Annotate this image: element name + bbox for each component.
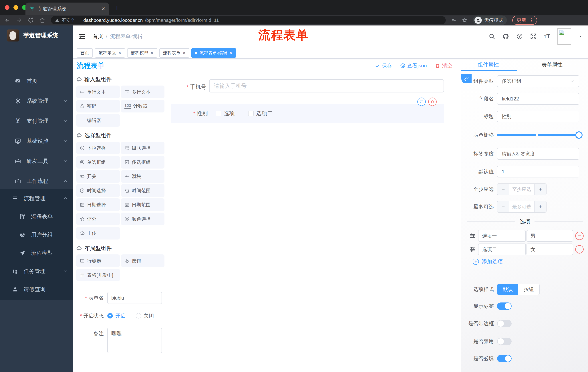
form-grid-slider[interactable]	[497, 134, 579, 136]
palette-item-date-picker[interactable]: 日期选择	[76, 198, 120, 211]
collapse-menu-icon[interactable]	[78, 32, 86, 40]
bookmark-star-icon[interactable]	[462, 18, 468, 23]
border-toggle[interactable]	[497, 320, 512, 327]
palette-item-select[interactable]: 下拉选择	[76, 142, 120, 154]
palette-item-row-container[interactable]: 行容器	[76, 255, 120, 267]
more-vert-icon[interactable]: ⋮	[529, 18, 534, 23]
sidebar-item-user-group[interactable]: 用户分组	[0, 226, 73, 244]
save-button[interactable]: 保存	[375, 62, 392, 69]
close-window-button[interactable]	[5, 5, 10, 10]
minus-button[interactable]: −	[497, 184, 509, 195]
forward-icon[interactable]	[16, 17, 22, 23]
close-icon[interactable]	[229, 51, 232, 55]
checkbox-icon[interactable]	[216, 111, 221, 116]
browser-update-button[interactable]: 更新 ⋮	[512, 16, 537, 25]
close-icon[interactable]	[118, 51, 121, 55]
option-label-input[interactable]	[478, 230, 526, 242]
remove-option-button[interactable]	[575, 232, 584, 240]
tag-process-model[interactable]: 流程模型	[127, 48, 157, 58]
palette-item-table[interactable]: 表格[开发中]	[76, 269, 120, 281]
min-select-input[interactable]: 至少应选	[509, 184, 534, 195]
palette-item-counter[interactable]: 123 计数器	[121, 100, 165, 112]
status-radio-off[interactable]: 关闭	[136, 312, 154, 319]
tag-process-form-edit[interactable]: 流程表单-编辑	[191, 48, 236, 58]
add-option-button[interactable]: 添加选项	[473, 258, 503, 265]
back-icon[interactable]	[4, 17, 10, 23]
sidebar-item-pay[interactable]: ¥ 支付管理	[0, 111, 73, 131]
github-icon[interactable]	[503, 33, 509, 40]
palette-item-button[interactable]: 按钮	[121, 255, 165, 267]
sidebar-item-task-manage[interactable]: 任务管理	[0, 262, 73, 280]
palette-item-color-picker[interactable]: 颜色选择	[121, 213, 165, 225]
palette-item-password[interactable]: 密码	[76, 100, 120, 112]
home-icon[interactable]	[39, 17, 45, 23]
close-icon[interactable]	[150, 51, 154, 55]
drag-handle-icon[interactable]	[469, 232, 476, 240]
show-label-toggle[interactable]	[497, 302, 512, 310]
status-radio-on[interactable]: 开启	[107, 312, 126, 319]
segment-button[interactable]: 按钮	[518, 284, 539, 295]
checkbox-icon[interactable]	[248, 111, 254, 116]
slider-thumb[interactable]	[575, 131, 583, 139]
palette-item-switch[interactable]: 开关	[76, 170, 120, 183]
label-width-input[interactable]	[497, 148, 579, 159]
sidebar-item-infra[interactable]: 基础设施	[0, 131, 73, 151]
palette-item-upload[interactable]: 上传	[76, 227, 120, 240]
palette-item-editor[interactable]: 编辑器	[76, 114, 120, 127]
form-name-input[interactable]	[107, 292, 162, 304]
option-label-input[interactable]	[478, 244, 526, 255]
address-bar[interactable]: 不安全 dashboard.yudao.iocoder.cn/bpm/manag…	[51, 16, 446, 24]
sidebar-item-process-manage[interactable]: 流程管理	[0, 189, 73, 207]
view-json-button[interactable]: 查看json	[400, 62, 427, 69]
remark-textarea[interactable]: 嘿嘿	[107, 328, 162, 353]
palette-item-date-range[interactable]: 日期范围	[121, 198, 165, 211]
sidebar-item-leave-query[interactable]: 请假查询	[0, 280, 73, 298]
sidebar-item-devtools[interactable]: 研发工具	[0, 151, 73, 171]
palette-item-checkbox-group[interactable]: 多选框组	[121, 156, 165, 169]
minimize-window-button[interactable]	[13, 5, 18, 10]
tag-home[interactable]: 首页	[77, 48, 93, 58]
option-value-input[interactable]	[526, 230, 573, 242]
question-icon[interactable]	[516, 33, 523, 40]
avatar[interactable]	[557, 28, 571, 45]
palette-item-cascader[interactable]: 级联选择	[121, 142, 165, 154]
sidebar-item-process-form[interactable]: 流程表单	[0, 207, 73, 226]
copy-component-button[interactable]	[417, 97, 426, 106]
fullscreen-icon[interactable]	[530, 33, 537, 40]
segment-default[interactable]: 默认	[497, 284, 518, 295]
palette-item-textarea[interactable]: 多行文本	[121, 85, 165, 98]
phone-field-input[interactable]: 请输入手机号	[209, 79, 444, 93]
drag-handle-icon[interactable]	[469, 246, 476, 253]
breadcrumb-home[interactable]: 首页	[93, 33, 103, 40]
tag-process-definition[interactable]: 流程定义	[95, 48, 125, 58]
browser-tab[interactable]: 芋道管理系统 ✕	[25, 2, 109, 15]
palette-item-rate[interactable]: 评分	[76, 213, 120, 225]
sidebar-item-workflow[interactable]: 工作流程	[0, 171, 73, 191]
palette-item-time-range[interactable]: 时间范围	[121, 184, 165, 197]
new-tab-button[interactable]: +	[115, 4, 119, 12]
font-size-icon[interactable]: TT	[544, 33, 550, 40]
plus-button[interactable]: +	[534, 184, 546, 195]
default-value-input[interactable]	[497, 166, 579, 177]
chevron-down-icon[interactable]	[578, 34, 583, 38]
clear-button[interactable]: 清空	[435, 62, 452, 69]
tab-component-props[interactable]: 组件属性	[478, 61, 499, 68]
tag-process-form[interactable]: 流程表单	[159, 48, 189, 58]
sidebar-item-home[interactable]: 首页	[0, 71, 73, 91]
max-select-input[interactable]: 最多可选	[509, 201, 534, 212]
close-icon[interactable]	[183, 51, 186, 55]
tab-close-icon[interactable]: ✕	[101, 6, 105, 12]
search-icon[interactable]	[489, 33, 495, 40]
minus-button[interactable]: −	[497, 201, 509, 212]
required-toggle[interactable]	[497, 355, 512, 362]
disabled-toggle[interactable]	[497, 338, 512, 345]
sidebar-item-system[interactable]: 系统管理	[0, 91, 73, 111]
reload-icon[interactable]	[28, 17, 34, 23]
key-icon[interactable]	[451, 18, 457, 23]
title-input[interactable]	[497, 111, 579, 122]
delete-component-button[interactable]	[428, 97, 437, 106]
option-value-input[interactable]	[526, 244, 573, 255]
sidebar-item-process-model[interactable]: 流程模型	[0, 244, 73, 262]
tab-form-props[interactable]: 表单属性	[541, 61, 563, 68]
palette-item-radio-group[interactable]: 单选框组	[76, 156, 120, 169]
